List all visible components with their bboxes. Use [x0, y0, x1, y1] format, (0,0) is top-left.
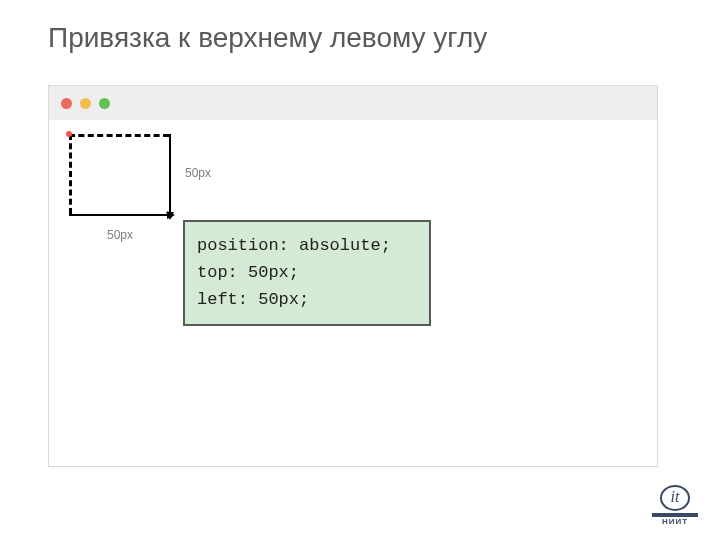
arrow-vertical-icon — [169, 134, 171, 218]
code-line: position: absolute; — [197, 232, 417, 259]
arrow-horizontal-icon — [69, 214, 173, 216]
browser-window: 50px 50px position: absolute; top: 50px;… — [48, 85, 658, 467]
close-icon[interactable] — [61, 98, 72, 109]
code-line: top: 50px; — [197, 259, 417, 286]
code-line: left: 50px; — [197, 286, 417, 313]
minimize-icon[interactable] — [80, 98, 91, 109]
slide: Привязка к верхнему левому углу 50px 50p… — [0, 0, 720, 540]
diagram-canvas: 50px 50px position: absolute; top: 50px;… — [49, 120, 657, 466]
offset-top-label: 50px — [185, 166, 211, 180]
slide-title: Привязка к верхнему левому углу — [48, 22, 487, 54]
origin-box — [69, 134, 169, 214]
logo-text: НИИТ — [652, 517, 698, 526]
offset-left-label: 50px — [107, 228, 133, 242]
code-box: position: absolute; top: 50px; left: 50p… — [183, 220, 431, 326]
brand-logo: it НИИТ — [652, 485, 698, 526]
window-titlebar — [49, 86, 657, 120]
maximize-icon[interactable] — [99, 98, 110, 109]
origin-point-icon — [66, 131, 72, 137]
logo-mark-icon: it — [660, 485, 690, 511]
